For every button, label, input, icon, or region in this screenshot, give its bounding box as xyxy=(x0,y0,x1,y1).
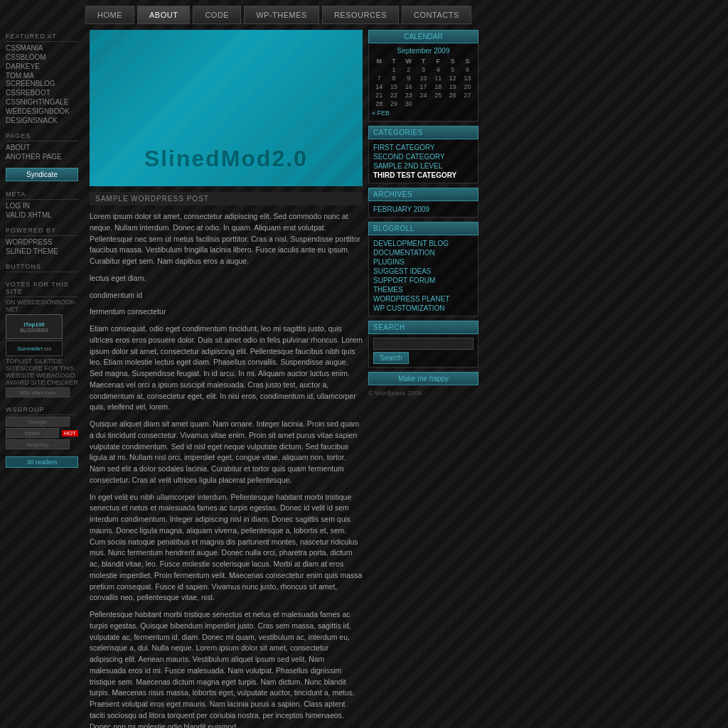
blogroll-link[interactable]: SUPPORT FORUM xyxy=(373,276,473,285)
nav-btn-contacts[interactable]: CONTACTS xyxy=(402,6,471,24)
nav-btn-resources[interactable]: RESOURCES xyxy=(322,6,399,24)
blogroll-link[interactable]: WP CUSTOMIZATION xyxy=(373,304,473,313)
page-link[interactable]: ABOUT xyxy=(6,143,78,152)
featured-link[interactable]: CSSREBOOT xyxy=(6,88,78,97)
meta-link[interactable]: VALID XHTML xyxy=(6,210,78,220)
blogotop-badge[interactable]: blogotop xyxy=(6,439,78,449)
cal-cell[interactable]: 30 xyxy=(401,100,416,108)
blogroll-link[interactable]: SUGGEST IDEAS xyxy=(373,267,473,276)
archive-link[interactable]: FEBRUARY 2009 xyxy=(373,205,473,214)
buttons-title: Buttons xyxy=(6,260,78,272)
nav-btn-wp-themes[interactable]: WP-THEMES xyxy=(244,6,319,24)
search-widget: Search xyxy=(368,335,478,368)
pages-title: Pages xyxy=(6,129,78,141)
readers-label: readers xyxy=(36,459,58,466)
blogroll-title: Blogroll xyxy=(368,222,478,235)
featured-link[interactable]: TOM.MA SCREENBLOG xyxy=(6,71,78,88)
categories-widget-title: Categories xyxy=(368,126,478,139)
blogroll-link[interactable]: DOCUMENTATION xyxy=(373,248,473,257)
cal-cell[interactable]: 3 xyxy=(416,65,431,74)
cal-cell[interactable]: 23 xyxy=(401,91,416,100)
cal-cell[interactable]: 16 xyxy=(401,82,416,91)
featured-link[interactable]: CSSNIGHTINGALE xyxy=(6,97,78,107)
calendar-widget: September 2009 MTWTFSS 12345678910111213… xyxy=(368,44,478,122)
blogroll-link[interactable]: WORDPRESS PLANET xyxy=(373,294,473,304)
cal-cell[interactable]: 7 xyxy=(372,74,387,82)
category-link[interactable]: THIRD TEST CATEGORY xyxy=(373,171,473,180)
cal-cell[interactable]: 21 xyxy=(372,91,387,100)
award-label: AWARD SITE CHECKER xyxy=(6,379,78,386)
post-paragraph: In eget velit eu nibh ullamcorper interd… xyxy=(90,492,363,604)
cal-cell[interactable]: 1 xyxy=(387,65,402,74)
powered-link[interactable]: SLINED THEME xyxy=(6,247,78,256)
cal-cell[interactable]: 15 xyxy=(387,82,402,91)
cal-prev[interactable]: « FEB xyxy=(372,108,475,118)
blogroll-link[interactable]: DEVELOPMENT BLOG xyxy=(373,239,473,248)
syndicate-button[interactable]: Syndicate xyxy=(6,168,78,181)
search-input[interactable] xyxy=(373,338,473,350)
cal-cell xyxy=(372,65,387,74)
cal-cell[interactable]: 25 xyxy=(431,91,446,100)
meta-links: LOG INVALID XHTML xyxy=(6,201,78,220)
meta-link[interactable]: LOG IN xyxy=(6,201,78,210)
nav-btn-code[interactable]: CODE xyxy=(193,6,241,24)
cal-cell[interactable]: 17 xyxy=(416,82,431,91)
cal-cell[interactable]: 13 xyxy=(460,74,475,82)
toplist-label: TOPLIST SILKTIDE xyxy=(6,358,78,365)
top100-badge[interactable]: iTop100 BLOGGERS xyxy=(6,314,78,339)
google-badge[interactable]: Google xyxy=(6,417,78,427)
powered-link[interactable]: WORDPRESS xyxy=(6,237,78,247)
cal-cell[interactable]: 8 xyxy=(387,74,402,82)
blogroll-link[interactable]: THEMES xyxy=(373,285,473,294)
search-button[interactable]: Search xyxy=(373,352,409,364)
page-link[interactable]: ANOTHER PAGE xyxy=(6,152,78,161)
cal-cell[interactable]: 14 xyxy=(372,82,387,91)
wp-credit: © Wordpress 2009 xyxy=(368,388,478,398)
cal-cell[interactable]: 28 xyxy=(372,100,387,108)
cal-cell[interactable]: 20 xyxy=(460,82,475,91)
post-paragraph: fermentum consectetur xyxy=(90,306,363,318)
nav-btn-home[interactable]: HOME xyxy=(85,6,134,24)
featured-link[interactable]: DESIGNSNACK xyxy=(6,116,78,125)
cal-cell[interactable]: 10 xyxy=(416,74,431,82)
cal-cell[interactable]: 24 xyxy=(416,91,431,100)
surreal-art-badge[interactable]: SurrealArt css xyxy=(6,341,78,356)
cal-cell[interactable]: 9 xyxy=(401,74,416,82)
category-link[interactable]: SAMPLE 2ND LEVEL xyxy=(373,161,473,171)
cal-cell xyxy=(446,100,461,108)
sitescore-label: SITESCORE FOR THIS xyxy=(6,365,78,372)
post-paragraph: Quisque aliquet diam sit amet quam. Nam … xyxy=(90,419,363,486)
readers-widget[interactable]: 30 readers xyxy=(6,456,78,468)
cal-cell[interactable]: 6 xyxy=(460,65,475,74)
toplist-badge[interactable]: toplist HOT xyxy=(6,428,78,438)
calendar-table: MTWTFSS 12345678910111213141516171819202… xyxy=(372,57,475,108)
i85c-badge[interactable]: i85c sites.com xyxy=(6,387,78,397)
featured-link[interactable]: CSSBLOOM xyxy=(6,53,78,62)
blogroll-widget: DEVELOPMENT BLOGDOCUMENTATIONPLUGINSSUGG… xyxy=(368,236,478,316)
pages-links: ABOUTANOTHER PAGE xyxy=(6,143,78,161)
cal-cell[interactable]: 2 xyxy=(401,65,416,74)
category-link[interactable]: FIRST CATEGORY xyxy=(373,143,473,152)
cal-header: T xyxy=(387,57,402,65)
featured-link[interactable]: WEBDESIGNBOOK xyxy=(6,107,78,116)
cal-cell[interactable]: 5 xyxy=(446,65,461,74)
cal-cell[interactable]: 12 xyxy=(446,74,461,82)
left-sidebar: FEATURED AT CSSMANIACSSBLOOMDARKEYETOM.M… xyxy=(6,30,84,728)
readers-count: 30 xyxy=(26,459,33,466)
category-link[interactable]: SECOND CATEGORY xyxy=(373,152,473,161)
blogroll-link[interactable]: PLUGINS xyxy=(373,257,473,267)
cal-cell[interactable]: 4 xyxy=(431,65,446,74)
cal-cell[interactable]: 26 xyxy=(446,91,461,100)
featured-link[interactable]: DARKEYE xyxy=(6,62,78,71)
make-happy-button[interactable]: Make me happy xyxy=(368,372,478,385)
cal-cell[interactable]: 19 xyxy=(446,82,461,91)
cal-cell[interactable]: 29 xyxy=(387,100,402,108)
cal-cell[interactable]: 27 xyxy=(460,91,475,100)
cal-cell[interactable]: 18 xyxy=(431,82,446,91)
featured-link[interactable]: CSSMANIA xyxy=(6,43,78,53)
nav-btn-about[interactable]: ABOUT xyxy=(137,6,190,24)
cal-header: S xyxy=(460,57,475,65)
cal-header: T xyxy=(416,57,431,65)
cal-cell[interactable]: 11 xyxy=(431,74,446,82)
cal-cell[interactable]: 22 xyxy=(387,91,402,100)
